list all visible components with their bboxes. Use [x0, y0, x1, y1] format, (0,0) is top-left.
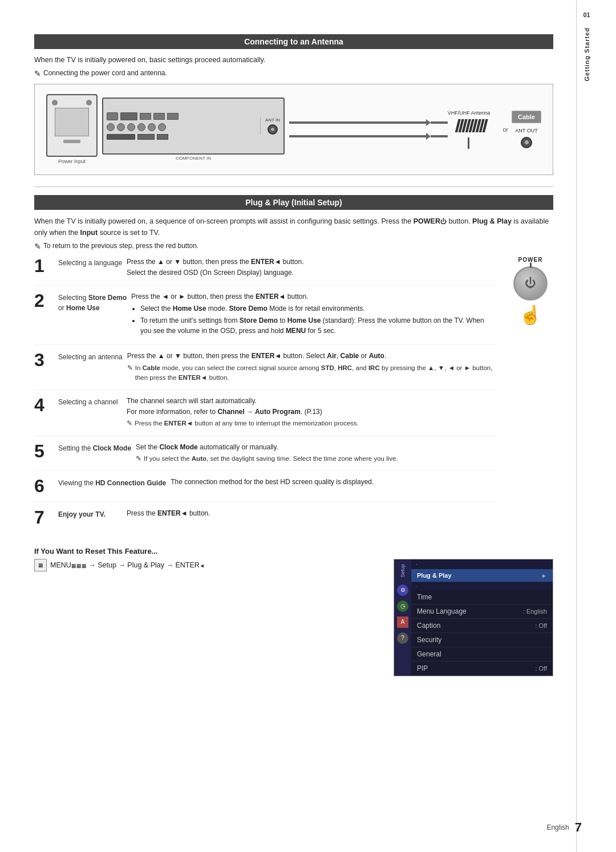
- side-tab: 01 Getting Started: [576, 0, 597, 852]
- step-7-number: 7: [34, 508, 55, 526]
- step-2-desc: Press the ◄ or ► button, then press the …: [131, 291, 496, 338]
- plug-play-title: Plug & Play (Initial Setup): [34, 195, 553, 210]
- menu-icon: ▦: [34, 559, 47, 571]
- antenna-intro: When the TV is initially powered on, bas…: [34, 55, 553, 66]
- osd-main: · Plug & Play ► · Time: [411, 559, 553, 676]
- step-1: 1 Selecting a language Press the ▲ or ▼ …: [34, 257, 496, 278]
- note-icon-2: ✎: [34, 242, 41, 251]
- power-input-label: Power Input: [58, 159, 86, 164]
- osd-setup-label: Setup: [399, 562, 407, 580]
- osd-screenshot: Setup ⚙ ◷ A ? ·: [394, 559, 553, 676]
- step-5-number: 5: [34, 442, 55, 460]
- antenna-section: Connecting to an Antenna When the TV is …: [34, 34, 553, 175]
- power-button-illustration: POWER ⏻ ☝: [508, 257, 553, 533]
- antenna-section-title: Connecting to an Antenna: [34, 34, 553, 49]
- step-4-number: 4: [34, 396, 55, 414]
- step-6-number: 6: [34, 477, 55, 495]
- cable-area: Cable ANT OUT: [512, 111, 541, 148]
- step-5: 5 Setting the Clock Mode Set the Clock M…: [34, 436, 496, 464]
- step-2: 2 Selecting Store Demoor Home Use Press …: [34, 285, 496, 338]
- reset-title: If You Want to Reset This Feature...: [34, 547, 553, 555]
- reset-section: If You Want to Reset This Feature... ▦ M…: [34, 547, 553, 676]
- osd-item-plug-play: Plug & Play ►: [411, 569, 553, 582]
- step-4: 4 Selecting a channel The channel search…: [34, 390, 496, 429]
- osd-icon-3: A: [397, 616, 408, 628]
- step-1-number: 1: [34, 257, 55, 275]
- power-button-circle: ⏻: [513, 266, 548, 301]
- osd-item-general: General: [411, 647, 553, 662]
- step-2-label: Selecting Store Demoor Home Use: [58, 291, 131, 313]
- ant-out-label: ANT OUT: [515, 128, 537, 133]
- step-2-number: 2: [34, 291, 55, 310]
- steps-list: 1 Selecting a language Press the ▲ or ▼ …: [34, 257, 496, 533]
- footer-language: English: [546, 823, 569, 831]
- step-7-label: Enjoy your TV.: [58, 508, 127, 520]
- step-1-label: Selecting a language: [58, 257, 127, 268]
- antenna-note: ✎ Connecting the power cord and antenna.: [34, 69, 553, 78]
- back-panel: ANT IN: [102, 98, 285, 155]
- step-3-desc: Press the ▲ or ▼ button, then press the …: [127, 351, 496, 383]
- step-5-label: Setting the Clock Mode: [58, 442, 136, 453]
- note-icon: ✎: [34, 69, 41, 78]
- step-1-desc: Press the ▲ or ▼ button, then press the …: [127, 257, 496, 278]
- plug-play-section: Plug & Play (Initial Setup) When the TV …: [34, 195, 553, 533]
- finger-icon: ☝: [519, 304, 542, 326]
- antenna-diagram: Power Input: [34, 84, 553, 175]
- steps-container: 1 Selecting a language Press the ▲ or ▼ …: [34, 257, 553, 533]
- page-number: 7: [575, 820, 582, 835]
- or-label: or: [499, 126, 512, 133]
- step-7: 7 Enjoy your TV. Press the ENTER◄ button…: [34, 502, 496, 526]
- step-7-desc: Press the ENTER◄ button.: [127, 508, 496, 519]
- step-6-label: Viewing the HD Connection Guide: [58, 477, 171, 488]
- step-6-desc: The connection method for the best HD sc…: [171, 477, 496, 488]
- osd-item-time: Time: [411, 590, 553, 604]
- step-4-label: Selecting a channel: [58, 396, 127, 407]
- step-6: 6 Viewing the HD Connection Guide The co…: [34, 470, 496, 495]
- step-3: 3 Selecting an antenna Press the ▲ or ▼ …: [34, 344, 496, 383]
- osd-icon-2: ◷: [397, 601, 408, 612]
- side-tab-number: 01: [583, 11, 590, 18]
- step-5-desc: Set the Clock Mode automatically or manu…: [136, 442, 496, 464]
- reset-instruction: ▦ MENU▦▦▦ → Setup → Plug & Play → ENTER◄: [34, 559, 382, 571]
- osd-item-caption: Caption : Off: [411, 619, 553, 633]
- osd-sidebar: Setup ⚙ ◷ A ?: [394, 559, 411, 676]
- step-3-number: 3: [34, 351, 55, 369]
- tv-illustration: [46, 94, 98, 157]
- osd-item-menu-language: Menu Language : English: [411, 604, 553, 619]
- step-3-label: Selecting an antenna: [58, 351, 127, 362]
- reset-body: ▦ MENU▦▦▦ → Setup → Plug & Play → ENTER◄…: [34, 559, 553, 676]
- osd-icon-4: ?: [397, 632, 408, 644]
- cable-box-label: Cable: [512, 111, 541, 123]
- ant-in-label: ANT IN: [265, 117, 280, 123]
- osd-icon-1: ⚙: [397, 585, 408, 596]
- plug-play-note: ✎ To return to the previous step, press …: [34, 242, 553, 251]
- antenna-symbol: ⅢⅢⅢ: [453, 118, 484, 135]
- vhf-label: VHF/UHF Antenna: [448, 110, 491, 116]
- osd-item-pip: PIP : Off: [411, 662, 553, 676]
- side-tab-label: Getting Started: [583, 27, 590, 81]
- plug-play-intro: When the TV is initially powered on, a s…: [34, 216, 553, 238]
- osd-item-security: Security: [411, 633, 553, 647]
- step-4-desc: The channel search will start automatica…: [127, 396, 496, 429]
- page-footer: English 7: [546, 820, 582, 835]
